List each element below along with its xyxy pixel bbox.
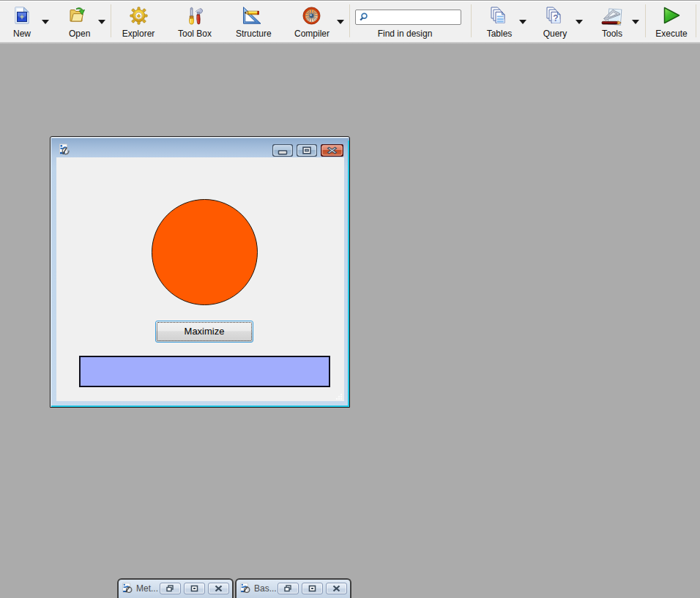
svg-text:?: ? — [553, 13, 558, 23]
